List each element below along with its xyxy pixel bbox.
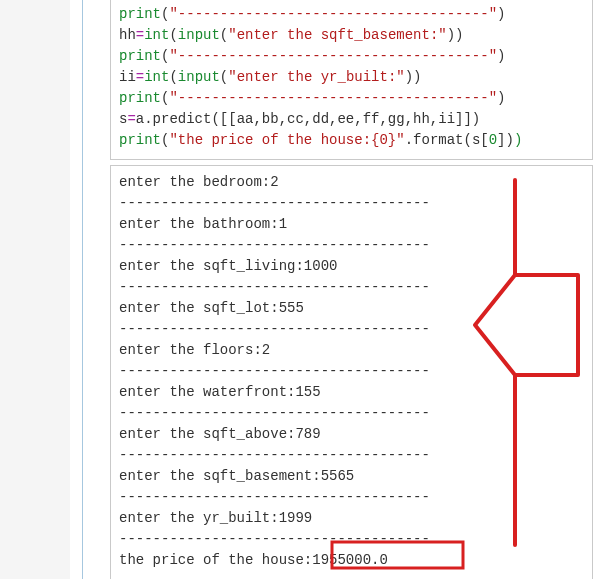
output-line: -------------------------------------: [119, 403, 584, 424]
code-token: hh: [119, 27, 136, 43]
code-token: print: [119, 90, 161, 106]
cell-collapse-line: [82, 0, 83, 579]
output-line: enter the bathroom:1: [119, 214, 584, 235]
output-line: enter the sqft_basement:5565: [119, 466, 584, 487]
code-token: =: [127, 111, 135, 127]
code-token: )): [405, 69, 422, 85]
code-line: ii=int(input("enter the yr_built:")): [119, 67, 584, 88]
code-token: ]): [497, 132, 514, 148]
code-token: ii: [119, 69, 136, 85]
output-line: enter the sqft_lot:555: [119, 298, 584, 319]
code-token: (: [169, 69, 177, 85]
code-token: int: [144, 69, 169, 85]
code-token: a.predict([[aa,bb,cc,dd,ee,ff,gg,hh,ii]]…: [136, 111, 480, 127]
code-token: "enter the yr_built:": [228, 69, 404, 85]
code-token: input: [178, 27, 220, 43]
code-token: =: [136, 69, 144, 85]
output-line: -------------------------------------: [119, 193, 584, 214]
code-token: ): [497, 90, 505, 106]
code-line: hh=int(input("enter the sqft_basement:")…: [119, 25, 584, 46]
code-token: ): [497, 48, 505, 64]
output-line: -------------------------------------: [119, 487, 584, 508]
code-token: "-------------------------------------": [169, 6, 497, 22]
code-token: int: [144, 27, 169, 43]
code-token: 0: [489, 132, 497, 148]
code-token: ): [514, 132, 522, 148]
output-line: -------------------------------------: [119, 445, 584, 466]
output-cell: enter the bedroom:2---------------------…: [110, 165, 593, 579]
code-token: print: [119, 6, 161, 22]
output-line: enter the floors:2: [119, 340, 584, 361]
code-token: (: [220, 69, 228, 85]
code-token: print: [119, 48, 161, 64]
output-line: enter the waterfront:155: [119, 382, 584, 403]
output-line: enter the yr_built:1999: [119, 508, 584, 529]
code-token: =: [136, 27, 144, 43]
code-line: s=a.predict([[aa,bb,cc,dd,ee,ff,gg,hh,ii…: [119, 109, 584, 130]
output-line: enter the sqft_living:1000: [119, 256, 584, 277]
code-token: "-------------------------------------": [169, 48, 497, 64]
output-line: the price of the house:1955000.0: [119, 550, 584, 571]
code-token: .format(s[: [405, 132, 489, 148]
code-line: print("the price of the house:{0}".forma…: [119, 130, 584, 151]
code-token: ): [497, 6, 505, 22]
code-cell[interactable]: print("---------------------------------…: [110, 0, 593, 160]
notebook-viewport: print("---------------------------------…: [0, 0, 603, 579]
code-token: (: [169, 27, 177, 43]
cell-gutter: [0, 0, 70, 579]
output-line: enter the bedroom:2: [119, 172, 584, 193]
code-line: print("---------------------------------…: [119, 88, 584, 109]
code-token: )): [447, 27, 464, 43]
code-token: print: [119, 132, 161, 148]
code-token: "enter the sqft_basement:": [228, 27, 446, 43]
code-token: "the price of the house:{0}": [169, 132, 404, 148]
code-token: input: [178, 69, 220, 85]
code-token: (: [220, 27, 228, 43]
output-line: -------------------------------------: [119, 277, 584, 298]
output-line: enter the sqft_above:789: [119, 424, 584, 445]
code-line: print("---------------------------------…: [119, 46, 584, 67]
code-token: "-------------------------------------": [169, 90, 497, 106]
output-line: -------------------------------------: [119, 529, 584, 550]
code-line: print("---------------------------------…: [119, 4, 584, 25]
output-line: -------------------------------------: [119, 235, 584, 256]
output-line: -------------------------------------: [119, 319, 584, 340]
output-line: -------------------------------------: [119, 361, 584, 382]
